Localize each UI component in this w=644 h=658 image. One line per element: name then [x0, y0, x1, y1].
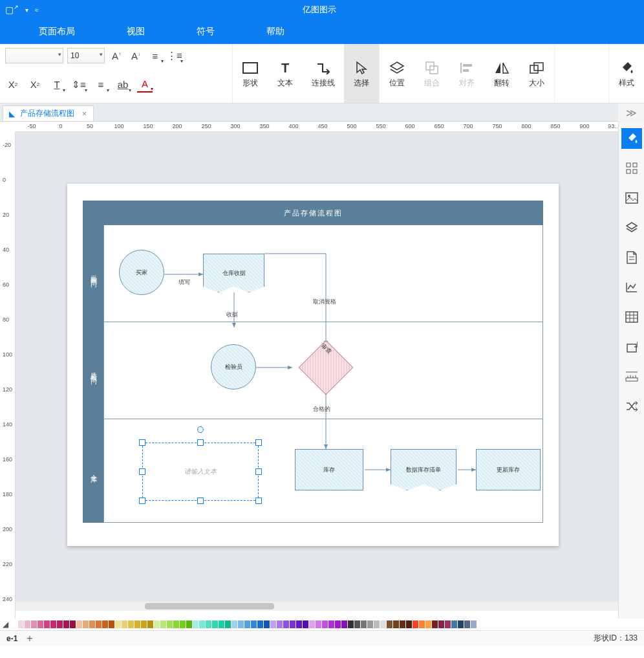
handle-sw[interactable] — [139, 498, 145, 504]
scrollbar-horizontal[interactable] — [16, 602, 618, 611]
rotation-handle[interactable] — [197, 426, 204, 433]
node-stock[interactable]: 库存 — [295, 449, 363, 490]
color-swatch[interactable] — [341, 620, 347, 628]
menu-view[interactable]: 视图 — [127, 26, 145, 38]
bullets-icon[interactable]: ⋮≡▾ — [167, 48, 182, 63]
tool-connector[interactable]: 连接线 — [303, 44, 344, 103]
color-swatch[interactable] — [186, 620, 192, 628]
color-swatch[interactable] — [451, 620, 457, 628]
color-swatch[interactable] — [406, 620, 412, 628]
color-swatch[interactable] — [348, 620, 354, 628]
color-swatch[interactable] — [25, 620, 30, 628]
color-swatch[interactable] — [31, 620, 37, 628]
color-swatch[interactable] — [290, 620, 295, 628]
fill-panel-icon[interactable] — [621, 128, 642, 149]
color-swatch[interactable] — [413, 620, 418, 628]
color-swatch[interactable] — [50, 620, 56, 628]
color-swatch[interactable] — [115, 620, 121, 628]
increase-font-icon[interactable]: A↑ — [109, 48, 124, 63]
panel-toggle-icon[interactable]: ≫ — [618, 104, 644, 122]
color-swatch[interactable] — [361, 620, 367, 628]
color-swatch[interactable] — [63, 620, 69, 628]
page-indicator[interactable]: e-1 — [6, 634, 17, 643]
color-swatch[interactable] — [464, 620, 470, 628]
color-swatch[interactable] — [328, 620, 334, 628]
underline-icon[interactable]: ab▾ — [115, 77, 131, 93]
color-swatch[interactable] — [251, 620, 257, 628]
handle-n[interactable] — [197, 439, 204, 446]
canvas[interactable]: 产品存储流程图 采购部门 质检部门 仓库 买家 填 — [16, 132, 618, 602]
superscript-icon[interactable]: X2 — [5, 77, 21, 93]
color-swatch[interactable] — [147, 620, 153, 628]
menu-symbol[interactable]: 符号 — [197, 26, 215, 38]
color-swatch[interactable] — [219, 620, 224, 628]
node-warehouse-receive[interactable]: 仓库收据 — [203, 254, 264, 292]
color-swatch[interactable] — [445, 620, 451, 628]
color-swatch[interactable] — [322, 620, 328, 628]
color-swatch[interactable] — [70, 620, 76, 628]
color-swatch[interactable] — [122, 620, 127, 628]
color-swatch[interactable] — [44, 620, 50, 628]
scrollbar-thumb-h[interactable] — [145, 603, 274, 609]
color-swatch[interactable] — [38, 620, 43, 628]
close-tab-icon[interactable]: × — [82, 109, 87, 118]
color-swatch[interactable] — [419, 620, 425, 628]
handle-s[interactable] — [197, 498, 204, 504]
color-swatch[interactable] — [12, 620, 17, 628]
tool-size[interactable]: 大小 — [519, 44, 554, 103]
color-swatch[interactable] — [277, 620, 283, 628]
color-swatch[interactable] — [160, 620, 166, 628]
color-swatch[interactable] — [96, 620, 102, 628]
text-direction-icon[interactable]: T▾ — [49, 77, 65, 93]
tool-flip[interactable]: 翻转 — [484, 44, 519, 103]
tool-position[interactable]: 位置 — [380, 44, 414, 103]
color-swatch[interactable] — [141, 620, 147, 628]
export-panel-icon[interactable] — [621, 336, 642, 357]
color-swatch[interactable] — [238, 620, 244, 628]
decrease-font-icon[interactable]: A↓ — [128, 48, 144, 63]
color-swatch[interactable] — [83, 620, 89, 628]
color-swatch[interactable] — [154, 620, 160, 628]
image-panel-icon[interactable] — [621, 188, 642, 208]
color-swatch[interactable] — [374, 620, 380, 628]
color-swatch[interactable] — [167, 620, 173, 628]
node-buyer[interactable]: 买家 — [119, 250, 164, 295]
color-swatch[interactable] — [335, 620, 341, 628]
paint-bucket-small-icon[interactable]: ◢ — [3, 620, 8, 629]
font-family-combo[interactable]: ▾ — [5, 48, 63, 63]
document-tab[interactable]: ◣ 产品存储流程图 × — [3, 105, 94, 121]
layers-panel-icon[interactable] — [621, 217, 642, 238]
qat-dropdown-icon[interactable]: ▾ — [25, 6, 28, 14]
handle-w[interactable] — [139, 468, 145, 475]
color-swatch[interactable] — [102, 620, 108, 628]
color-swatch[interactable] — [225, 620, 231, 628]
node-inspector[interactable]: 检验员 — [211, 344, 256, 389]
color-swatch[interactable] — [109, 620, 114, 628]
color-swatch[interactable] — [89, 620, 95, 628]
color-swatch[interactable] — [393, 620, 399, 628]
line-spacing-icon[interactable]: ⇕≡▾ — [71, 77, 87, 93]
page-panel-icon[interactable] — [621, 247, 642, 268]
align-left-icon[interactable]: ≡▾ — [147, 48, 163, 63]
new-doc-icon[interactable]: ▢↗ — [5, 5, 19, 15]
color-swatch[interactable] — [231, 620, 237, 628]
color-swatch[interactable] — [471, 620, 477, 628]
node-update-stock[interactable]: 更新库存 — [476, 449, 541, 490]
font-size-combo[interactable]: 10▾ — [67, 48, 105, 63]
color-swatch[interactable] — [425, 620, 431, 628]
color-swatch[interactable] — [296, 620, 302, 628]
add-page-icon[interactable]: + — [27, 633, 32, 644]
color-swatch[interactable] — [212, 620, 218, 628]
font-color-icon[interactable]: A▾ — [137, 77, 153, 93]
menu-help[interactable]: 帮助 — [266, 26, 284, 38]
color-swatch[interactable] — [354, 620, 360, 628]
selected-shape[interactable]: 请输入文本 — [142, 443, 259, 501]
color-swatch[interactable] — [257, 620, 263, 628]
color-swatch[interactable] — [128, 620, 134, 628]
color-swatch[interactable] — [283, 620, 289, 628]
ruler-panel-icon[interactable] — [621, 366, 642, 387]
tool-select[interactable]: 选择 — [344, 44, 379, 103]
tool-align[interactable]: 对齐 — [449, 44, 484, 103]
color-swatch[interactable] — [270, 620, 276, 628]
color-swatch[interactable] — [180, 620, 186, 628]
